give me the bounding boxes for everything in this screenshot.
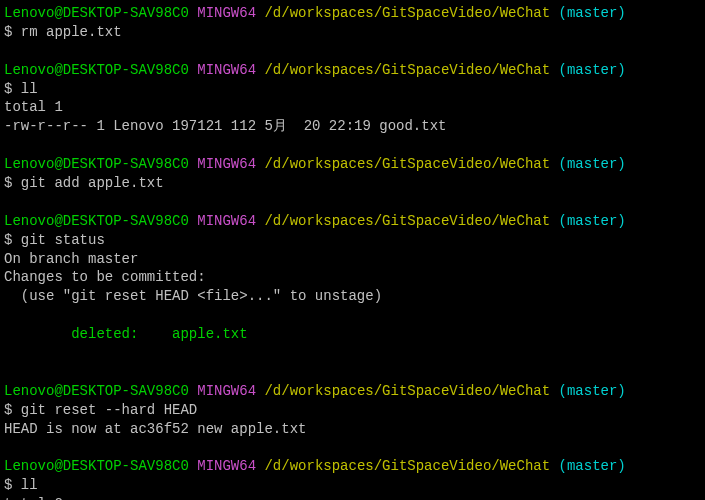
output-line: (use "git reset HEAD <file>..." to unsta…: [4, 287, 705, 306]
prompt-line: Lenovo@DESKTOP-SAV98C0 MINGW64 /d/worksp…: [4, 382, 705, 401]
git-branch: (master): [559, 62, 626, 78]
prompt-line: Lenovo@DESKTOP-SAV98C0 MINGW64 /d/worksp…: [4, 4, 705, 23]
deleted-line: deleted: apple.txt: [4, 325, 705, 344]
output-line: total 2: [4, 495, 705, 500]
user-host: Lenovo@DESKTOP-SAV98C0: [4, 458, 189, 474]
terminal-output: Lenovo@DESKTOP-SAV98C0 MINGW64 /d/worksp…: [4, 4, 705, 500]
user-host: Lenovo@DESKTOP-SAV98C0: [4, 5, 189, 21]
git-branch: (master): [559, 458, 626, 474]
prompt-line: Lenovo@DESKTOP-SAV98C0 MINGW64 /d/worksp…: [4, 61, 705, 80]
output-line: On branch master: [4, 250, 705, 269]
prompt-line: Lenovo@DESKTOP-SAV98C0 MINGW64 /d/worksp…: [4, 155, 705, 174]
output-line: HEAD is now at ac36f52 new apple.txt: [4, 420, 705, 439]
output-line: total 1: [4, 98, 705, 117]
command-line: $ ll: [4, 476, 705, 495]
mingw-label: MINGW64: [197, 62, 256, 78]
output-line: -rw-r--r-- 1 Lenovo 197121 112 5月 20 22:…: [4, 117, 705, 136]
cwd-path: /d/workspaces/GitSpaceVideo/WeChat: [264, 458, 550, 474]
command-line: $ git reset --hard HEAD: [4, 401, 705, 420]
command-line: $ git status: [4, 231, 705, 250]
git-branch: (master): [559, 383, 626, 399]
output-line: Changes to be committed:: [4, 268, 705, 287]
user-host: Lenovo@DESKTOP-SAV98C0: [4, 156, 189, 172]
mingw-label: MINGW64: [197, 156, 256, 172]
command-line: $ ll: [4, 80, 705, 99]
command-line: $ rm apple.txt: [4, 23, 705, 42]
user-host: Lenovo@DESKTOP-SAV98C0: [4, 62, 189, 78]
cwd-path: /d/workspaces/GitSpaceVideo/WeChat: [264, 213, 550, 229]
cwd-path: /d/workspaces/GitSpaceVideo/WeChat: [264, 156, 550, 172]
mingw-label: MINGW64: [197, 213, 256, 229]
git-branch: (master): [559, 156, 626, 172]
cwd-path: /d/workspaces/GitSpaceVideo/WeChat: [264, 5, 550, 21]
mingw-label: MINGW64: [197, 5, 256, 21]
command-line: $ git add apple.txt: [4, 174, 705, 193]
prompt-line: Lenovo@DESKTOP-SAV98C0 MINGW64 /d/worksp…: [4, 212, 705, 231]
cwd-path: /d/workspaces/GitSpaceVideo/WeChat: [264, 383, 550, 399]
user-host: Lenovo@DESKTOP-SAV98C0: [4, 213, 189, 229]
prompt-line: Lenovo@DESKTOP-SAV98C0 MINGW64 /d/worksp…: [4, 457, 705, 476]
mingw-label: MINGW64: [197, 458, 256, 474]
git-branch: (master): [559, 213, 626, 229]
git-branch: (master): [559, 5, 626, 21]
mingw-label: MINGW64: [197, 383, 256, 399]
user-host: Lenovo@DESKTOP-SAV98C0: [4, 383, 189, 399]
cwd-path: /d/workspaces/GitSpaceVideo/WeChat: [264, 62, 550, 78]
